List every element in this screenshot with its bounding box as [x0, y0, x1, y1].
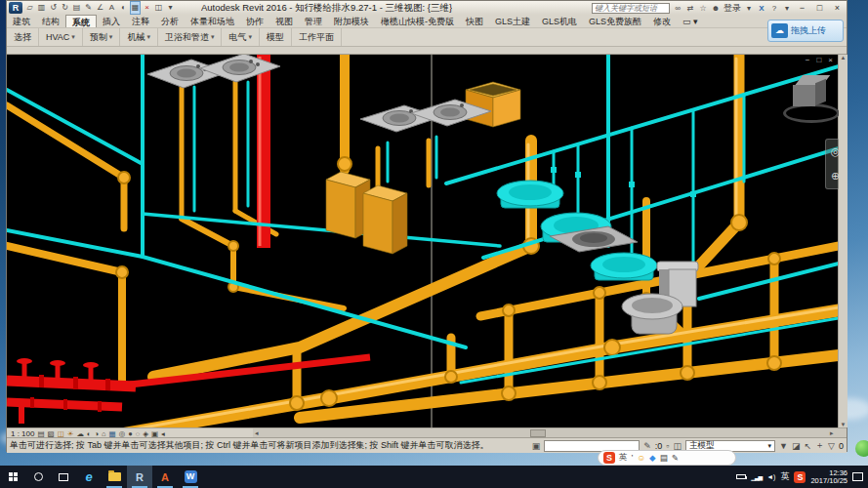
default-3d-view-icon[interactable]: ◐	[118, 2, 129, 14]
text-icon[interactable]: A	[106, 2, 117, 14]
tab-insert[interactable]: 插入	[97, 15, 126, 27]
aligned-dimension-icon[interactable]: ∠	[95, 2, 105, 14]
search-icon[interactable]: ∞	[673, 4, 682, 13]
viewcube-compass-ring[interactable]	[783, 103, 839, 123]
sogou-logo-icon[interactable]: S	[603, 452, 615, 464]
undo-icon[interactable]: ↺	[48, 2, 59, 14]
swap-icon[interactable]: ⇄	[685, 4, 695, 13]
help-icon[interactable]: ?	[769, 4, 779, 13]
signin-caret-icon[interactable]: ▾	[744, 4, 754, 13]
cortana-button[interactable]	[25, 466, 51, 488]
panel-workplane[interactable]: 工作平面	[292, 28, 342, 46]
horizontal-scroll-thumb[interactable]	[530, 429, 546, 437]
tab-gls-zuku[interactable]: GLS免费族酷	[583, 15, 647, 27]
tab-architecture[interactable]: 建筑	[7, 15, 36, 27]
viewcube-front-face[interactable]	[793, 85, 815, 106]
tab-annotate[interactable]: 注释	[126, 15, 155, 27]
tab-manage[interactable]: 管理	[299, 15, 328, 27]
help-search-input[interactable]	[592, 3, 670, 14]
tab-massing-site[interactable]: 体量和场地	[185, 15, 240, 27]
tab-collaborate[interactable]: 协作	[240, 15, 269, 27]
soft-keyboard-icon[interactable]: ▤	[660, 453, 668, 463]
panel-mechanical[interactable]: 机械▾	[120, 28, 158, 46]
close-hidden-windows-icon[interactable]: ×	[142, 2, 152, 14]
file-explorer-button[interactable]	[102, 466, 127, 488]
ime-mode-label[interactable]: 英	[619, 452, 628, 464]
exclude-options-icon[interactable]: ▼	[779, 441, 788, 451]
sogou-tray-icon[interactable]: S	[794, 471, 806, 483]
vertical-scrollbar[interactable]: ▲ ▼	[838, 55, 847, 427]
emoji-icon[interactable]: ☺	[637, 453, 645, 463]
panel-select[interactable]: 选择	[7, 28, 39, 46]
revit-taskbar-button[interactable]: R	[127, 466, 152, 488]
minimize-button[interactable]: −	[795, 3, 809, 13]
account-icon[interactable]: ☻	[711, 4, 721, 13]
drag-upload-button[interactable]: ☁ 拖拽上传	[767, 20, 844, 42]
qat-customize-icon[interactable]: ▾	[165, 2, 176, 14]
scroll-up-icon[interactable]: ▲	[841, 55, 847, 61]
editing-requests-icon[interactable]: ✎	[643, 441, 651, 451]
exchange-apps-icon[interactable]: X	[757, 4, 766, 13]
save-icon[interactable]: ▥	[36, 2, 47, 14]
tab-gls-jidian[interactable]: GLS机电	[536, 15, 583, 27]
maximize-button[interactable]: □	[812, 3, 827, 13]
switch-windows-icon[interactable]: ◫	[153, 2, 164, 14]
start-button[interactable]	[0, 466, 25, 488]
tab-kuaitu[interactable]: 快图	[460, 15, 489, 27]
battery-icon[interactable]	[736, 474, 746, 479]
revit-logo-icon[interactable]: R	[9, 2, 22, 14]
drawing-area[interactable]: − □ × ◎ ⊕	[7, 55, 839, 427]
options-edit-icon[interactable]: ◫	[674, 441, 682, 451]
view-minimize-button[interactable]: −	[806, 56, 810, 64]
close-button[interactable]: ×	[830, 3, 845, 13]
cad-taskbar-button[interactable]: A	[152, 466, 178, 488]
edge-button[interactable]: e	[76, 466, 102, 488]
select-links-icon[interactable]: ↖	[805, 441, 812, 451]
view-restore-button[interactable]: □	[816, 56, 821, 64]
panel-plumbing[interactable]: 卫浴和管道▾	[158, 28, 223, 46]
steering-wheel-icon[interactable]: ◎	[831, 145, 839, 158]
tab-structure[interactable]: 结构	[36, 15, 65, 27]
redo-icon[interactable]: ↻	[60, 2, 70, 14]
press-drag-icon[interactable]: ◪	[792, 441, 801, 451]
zoom-icon[interactable]: ⊕	[831, 170, 839, 183]
panel-fabrication[interactable]: 预制▾	[83, 28, 121, 46]
panel-model[interactable]: 模型	[260, 28, 292, 46]
help-caret-icon[interactable]: ▾	[782, 4, 792, 13]
floating-assistant-ball[interactable]	[855, 440, 868, 457]
select-pinned-icon[interactable]: ＋	[815, 439, 824, 452]
worksets-icon[interactable]: ▣	[532, 441, 541, 451]
selected-squat-pan[interactable]	[591, 253, 657, 280]
3d-model-canvas[interactable]	[7, 55, 839, 427]
panel-electrical[interactable]: 电气▾	[222, 28, 260, 46]
action-center-icon[interactable]	[852, 472, 863, 481]
print-icon[interactable]: ▤	[71, 2, 82, 14]
panel-hvac[interactable]: HVAC▾	[39, 28, 83, 46]
tab-gls-tujian[interactable]: GLS土建	[489, 15, 536, 27]
toolbox-icon[interactable]: ✎	[672, 453, 679, 463]
tab-view[interactable]: 视图	[269, 15, 299, 27]
viewcube-side-face[interactable]	[815, 79, 826, 105]
wps-taskbar-button[interactable]: W	[178, 466, 203, 488]
open-tank[interactable]	[466, 82, 520, 127]
tab-addins[interactable]: 附加模块	[328, 15, 375, 27]
speaker-icon[interactable]: ◄)	[766, 473, 775, 480]
sign-in-label[interactable]: 登录	[723, 2, 741, 15]
open-icon[interactable]: ▱	[24, 2, 35, 14]
punctuation-icon[interactable]: ’	[632, 453, 634, 463]
measure-icon[interactable]: ✎	[83, 2, 94, 14]
selection-filter-icon[interactable]: ▽	[828, 441, 835, 451]
voice-input-icon[interactable]: ◆	[649, 453, 656, 463]
selected-squat-pan[interactable]	[497, 181, 563, 208]
thin-lines-icon[interactable]: ▦	[130, 1, 141, 15]
favorites-star-icon[interactable]: ☆	[698, 4, 708, 13]
tab-systems[interactable]: 系统	[65, 15, 97, 27]
ribbon-minimize-icon[interactable]: ▭ ▾	[677, 15, 704, 27]
view-close-button[interactable]: ×	[828, 56, 833, 64]
tab-modify[interactable]: 修改	[647, 15, 677, 27]
task-view-button[interactable]	[51, 466, 76, 488]
water-tank[interactable]	[363, 185, 407, 254]
taskbar-clock[interactable]: 12:36 2017/10/25	[810, 469, 847, 485]
tab-analyze[interactable]: 分析	[155, 15, 185, 27]
tab-ganlanshan[interactable]: 橄榄山快模-免费版	[375, 15, 460, 27]
